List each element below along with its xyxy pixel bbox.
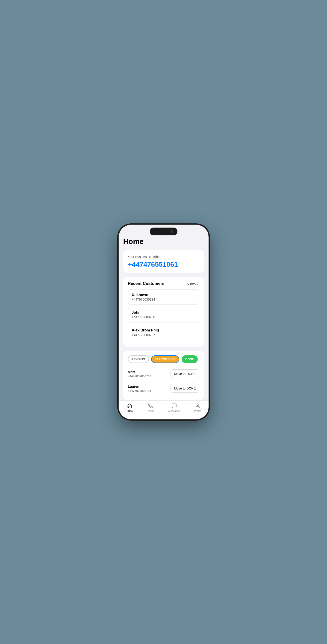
pipeline-customer-phone-0: +4477009000703 bbox=[128, 374, 151, 378]
profile-icon bbox=[195, 403, 201, 409]
business-number-card: Your Business Number +447476551061 bbox=[123, 250, 204, 273]
phone-icon bbox=[147, 403, 153, 409]
tab-pending[interactable]: PENDING bbox=[128, 356, 149, 363]
tab-inprogress[interactable]: IN PROGRESS bbox=[151, 356, 179, 363]
pipeline-customer-name-0: Matt bbox=[128, 370, 151, 374]
pipeline-item-1: Lauren +4477009000701 Move to DONE bbox=[128, 381, 199, 396]
bottom-nav: Home Phone Messages bbox=[119, 400, 209, 419]
notch bbox=[150, 228, 177, 236]
customer-phone-2: +447729000707 bbox=[132, 333, 195, 337]
pipeline-info-0: Matt +4477009000703 bbox=[128, 370, 151, 378]
camera-dot bbox=[171, 230, 173, 233]
business-number-label: Your Business Number bbox=[128, 255, 199, 259]
customer-phone-1: +447709000708 bbox=[132, 315, 195, 319]
page-title: Home bbox=[123, 237, 204, 246]
phone-screen: Home Your Business Number +447476551061 … bbox=[119, 225, 209, 419]
pipeline-customer-phone-1: +4477009000701 bbox=[128, 389, 151, 392]
recent-customers-title: Recent Customers bbox=[128, 281, 165, 286]
scroll-content: Home Your Business Number +447476551061 … bbox=[119, 237, 209, 400]
pipeline-card: PENDING IN PROGRESS DONE Matt +447700900… bbox=[123, 351, 204, 400]
customer-name-1: John bbox=[132, 310, 195, 315]
phone-frame: Home Your Business Number +447476551061 … bbox=[119, 225, 209, 419]
tab-done[interactable]: DONE bbox=[182, 356, 198, 363]
customer-item-1[interactable]: John +447709000708 bbox=[128, 307, 199, 322]
nav-item-home[interactable]: Home bbox=[126, 403, 133, 412]
nav-item-phone[interactable]: Phone bbox=[147, 403, 154, 412]
nav-label-profile: Profile bbox=[194, 410, 201, 412]
move-to-done-button-0[interactable]: Move to DONE bbox=[171, 370, 199, 378]
nav-label-phone: Phone bbox=[147, 410, 154, 412]
svg-point-0 bbox=[197, 404, 199, 406]
nav-item-profile[interactable]: Profile bbox=[194, 403, 201, 412]
customer-item-2[interactable]: Alex (from Phil) +447729000707 bbox=[128, 325, 199, 340]
customer-name-2: Alex (from Phil) bbox=[132, 328, 195, 332]
customer-name-0: Unknown bbox=[132, 293, 195, 297]
pipeline-item-0: Matt +4477009000703 Move to DONE bbox=[128, 367, 199, 381]
pipeline-customer-name-1: Lauren bbox=[128, 384, 151, 388]
recent-customers-card: Recent Customers View All Unknown +44797… bbox=[123, 277, 204, 347]
nav-label-messages: Messages bbox=[168, 410, 180, 412]
nav-label-home: Home bbox=[126, 410, 133, 412]
recent-customers-header: Recent Customers View All bbox=[128, 281, 199, 286]
customer-item-0[interactable]: Unknown +447970035194 bbox=[128, 289, 199, 305]
pipeline-info-1: Lauren +4477009000701 bbox=[128, 384, 151, 392]
move-to-done-button-1[interactable]: Move to DONE bbox=[171, 384, 199, 393]
messages-icon bbox=[171, 403, 177, 409]
home-icon bbox=[126, 403, 132, 409]
view-all-button[interactable]: View All bbox=[187, 282, 199, 286]
pipeline-tabs: PENDING IN PROGRESS DONE bbox=[128, 356, 199, 363]
business-number[interactable]: +447476551061 bbox=[128, 260, 199, 268]
customer-phone-0: +447970035194 bbox=[132, 298, 195, 301]
nav-item-messages[interactable]: Messages bbox=[168, 403, 180, 412]
